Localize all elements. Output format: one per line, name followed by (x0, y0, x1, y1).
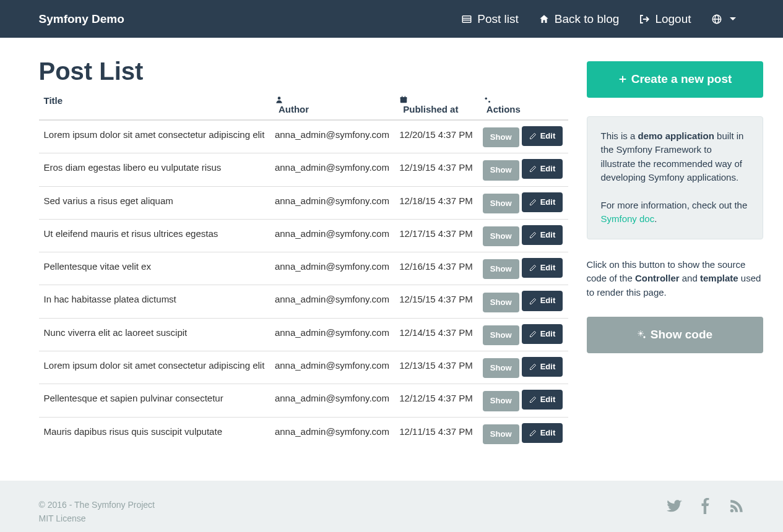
cell-title: Mauris dapibus risus quis suscipit vulpu… (39, 417, 270, 450)
globe-icon (711, 14, 722, 25)
edit-button[interactable]: Edit (522, 159, 563, 179)
cell-title: Eros diam egestas libero eu vulputate ri… (39, 153, 270, 186)
caret-down-icon (730, 17, 736, 20)
svg-point-12 (485, 98, 487, 100)
cell-author: anna_admin@symfony.com (270, 186, 394, 219)
cell-author: anna_admin@symfony.com (270, 219, 394, 252)
table-row: In hac habitasse platea dictumstanna_adm… (39, 285, 568, 318)
table-row: Lorem ipsum dolor sit amet consectetur a… (39, 351, 568, 384)
cell-title: Nunc viverra elit ac laoreet suscipit (39, 318, 270, 351)
facebook-icon[interactable] (698, 498, 714, 516)
table-row: Mauris dapibus risus quis suscipit vulpu… (39, 417, 568, 450)
cell-actions: Show Edit (478, 285, 568, 318)
info-well: This is a demo application built in the … (587, 116, 763, 239)
cell-published: 12/16/15 4:37 PM (394, 252, 478, 285)
nav-logout[interactable]: Logout (630, 6, 699, 32)
cell-title: Pellentesque et sapien pulvinar consecte… (39, 384, 270, 417)
show-code-button[interactable]: Show code (587, 317, 763, 353)
edit-button[interactable]: Edit (522, 225, 563, 245)
edit-button[interactable]: Edit (522, 324, 563, 344)
show-button[interactable]: Show (483, 424, 519, 444)
svg-point-18 (730, 509, 733, 512)
page-title: Post List (39, 58, 568, 85)
show-button[interactable]: Show (483, 391, 519, 411)
edit-button[interactable]: Edit (522, 192, 563, 212)
cell-actions: Show Edit (478, 252, 568, 285)
th-actions: Actions (478, 90, 568, 120)
th-author: Author (270, 90, 394, 120)
symfony-doc-link[interactable]: Symfony doc (601, 213, 655, 224)
button-label: Show code (651, 327, 712, 343)
pencil-icon (529, 429, 537, 437)
cell-published: 12/19/15 4:37 PM (394, 153, 478, 186)
cell-published: 12/20/15 4:37 PM (394, 120, 478, 153)
calendar-icon (399, 95, 473, 104)
nav-post-list[interactable]: Post list (452, 6, 527, 32)
show-button[interactable]: Show (483, 226, 519, 246)
show-button[interactable]: Show (483, 127, 519, 147)
edit-button[interactable]: Edit (522, 126, 563, 146)
cell-author: anna_admin@symfony.com (270, 417, 394, 450)
cell-actions: Show Edit (478, 186, 568, 219)
show-button[interactable]: Show (483, 325, 519, 345)
cell-actions: Show Edit (478, 318, 568, 351)
create-post-button[interactable]: Create a new post (587, 61, 763, 98)
nav-label: Back to blog (555, 12, 620, 26)
twitter-icon[interactable] (667, 498, 683, 516)
cell-actions: Show Edit (478, 153, 568, 186)
pencil-icon (529, 199, 537, 206)
cell-author: anna_admin@symfony.com (270, 384, 394, 417)
svg-point-13 (488, 101, 490, 103)
nav-language-dropdown[interactable] (703, 7, 745, 31)
show-button[interactable]: Show (483, 358, 519, 378)
cell-actions: Show Edit (478, 417, 568, 450)
pencil-icon (529, 298, 537, 305)
rss-icon[interactable] (729, 498, 745, 516)
cell-author: anna_admin@symfony.com (270, 351, 394, 384)
cell-author: anna_admin@symfony.com (270, 120, 394, 153)
show-code-help: Click on this button to show the source … (587, 258, 763, 300)
show-button[interactable]: Show (483, 194, 519, 213)
nav-label: Logout (655, 12, 691, 26)
cell-author: anna_admin@symfony.com (270, 318, 394, 351)
edit-button[interactable]: Edit (522, 258, 563, 278)
cell-title: Sed varius a risus eget aliquam (39, 186, 270, 219)
cell-published: 12/12/15 4:37 PM (394, 384, 478, 417)
show-button[interactable]: Show (483, 293, 519, 312)
list-icon (461, 14, 472, 25)
cell-author: anna_admin@symfony.com (270, 153, 394, 186)
footer-license: MIT License (39, 512, 155, 525)
edit-button[interactable]: Edit (522, 423, 563, 443)
table-row: Ut eleifend mauris et risus ultrices ege… (39, 219, 568, 252)
edit-button[interactable]: Edit (522, 390, 563, 410)
cell-published: 12/15/15 4:37 PM (394, 285, 478, 318)
cell-actions: Show Edit (478, 120, 568, 153)
footer-copyright: © 2016 - The Symfony Project (39, 498, 155, 512)
cell-actions: Show Edit (478, 351, 568, 384)
cell-title: Pellentesque vitae velit ex (39, 252, 270, 285)
svg-point-16 (639, 332, 642, 335)
nav-back-to-blog[interactable]: Back to blog (530, 6, 628, 32)
table-row: Nunc viverra elit ac laoreet suscipitann… (39, 318, 568, 351)
svg-point-17 (643, 337, 645, 338)
edit-button[interactable]: Edit (522, 357, 563, 377)
cell-title: Lorem ipsum dolor sit amet consectetur a… (39, 120, 270, 153)
nav-label: Post list (477, 12, 519, 26)
cogs-icon (483, 95, 563, 104)
pencil-icon (529, 363, 537, 371)
table-row: Eros diam egestas libero eu vulputate ri… (39, 153, 568, 186)
show-button[interactable]: Show (483, 160, 519, 180)
cell-actions: Show Edit (478, 219, 568, 252)
svg-rect-9 (400, 97, 407, 99)
cell-title: Ut eleifend mauris et risus ultrices ege… (39, 219, 270, 252)
edit-button[interactable]: Edit (522, 291, 563, 311)
svg-rect-0 (463, 15, 472, 22)
brand-link[interactable]: Symfony Demo (39, 12, 124, 26)
user-icon (275, 95, 389, 104)
th-published: Published at (394, 90, 478, 120)
table-row: Pellentesque et sapien pulvinar consecte… (39, 384, 568, 417)
show-button[interactable]: Show (483, 259, 519, 279)
pencil-icon (529, 231, 537, 239)
cell-author: anna_admin@symfony.com (270, 252, 394, 285)
cell-title: Lorem ipsum dolor sit amet consectetur a… (39, 351, 270, 384)
